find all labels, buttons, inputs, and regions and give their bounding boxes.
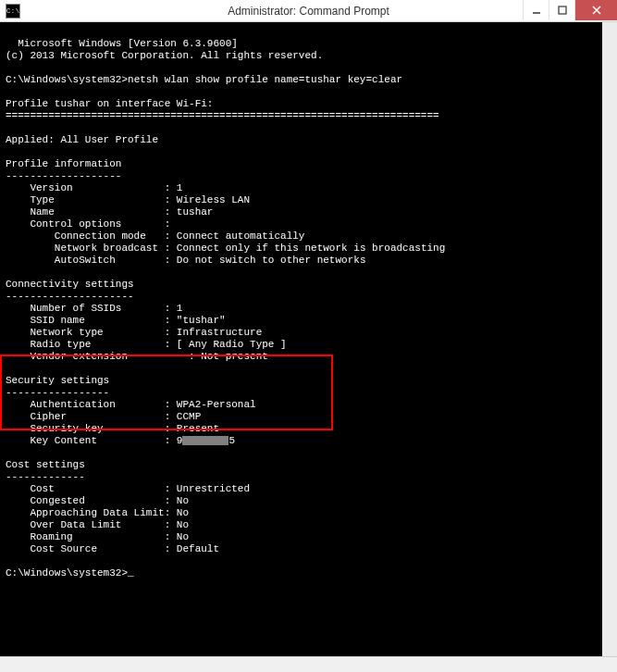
cost-value-2: : No	[165, 507, 189, 518]
window-controls	[523, 0, 617, 20]
cost-label-2: Approaching Data Limit	[6, 507, 165, 518]
security-value-end-3: 5	[228, 435, 235, 446]
cost-label-0: Cost	[6, 483, 165, 494]
connectivity-value-4: : Not present	[165, 351, 268, 362]
window-title: Administrator: Command Prompt	[228, 5, 389, 18]
version-line: Microsoft Windows [Version 6.3.9600]	[18, 38, 238, 49]
profile-header: Profile tushar on interface Wi-Fi:	[6, 98, 213, 109]
security-label-0: Authentication	[6, 399, 165, 410]
profile-info-underline: -------------------	[6, 170, 121, 181]
security-title: Security settings	[6, 375, 109, 386]
connectivity-value-0: : 1	[165, 303, 183, 314]
profile-info-value-3: :	[165, 218, 171, 230]
connectivity-title: Connectivity settings	[6, 279, 134, 290]
connectivity-label-3: Radio type	[6, 339, 165, 350]
cost-value-3: : No	[165, 519, 189, 530]
cost-title: Cost settings	[6, 459, 85, 470]
profile-info-label-1: Type	[6, 194, 165, 205]
profile-info-label-5: Network broadcast	[6, 243, 165, 254]
profile-info-label-6: AutoSwitch	[6, 255, 165, 266]
profile-info-value-2: : tushar	[165, 206, 214, 218]
prompt-path-2: C:\Windows\system32>	[6, 567, 128, 579]
connectivity-value-1: : "tushar"	[165, 315, 226, 326]
profile-info-label-4: Connection mode	[6, 230, 165, 242]
prompt-path: C:\Windows\system32>	[6, 74, 128, 85]
cost-value-5: : Default	[165, 543, 219, 554]
security-value-3: : 9	[165, 435, 183, 446]
cost-label-3: Over Data Limit	[6, 519, 165, 530]
cost-label-4: Roaming	[6, 531, 165, 542]
cmd-icon: C:\	[6, 4, 20, 19]
profile-info-value-5: : Connect only if this network is broadc…	[165, 243, 446, 254]
connectivity-label-1: SSID name	[6, 315, 165, 326]
profile-info-label-0: Version	[6, 182, 165, 193]
maximize-button[interactable]	[549, 0, 574, 20]
connectivity-label-2: Network type	[6, 327, 165, 338]
cost-value-1: : No	[165, 495, 189, 506]
cost-label-1: Congested	[6, 495, 165, 506]
cursor: _	[128, 567, 134, 579]
cost-label-5: Cost Source	[6, 543, 165, 554]
security-value-2: : Present	[165, 423, 219, 434]
profile-info-label-3: Control options	[6, 218, 165, 230]
security-value-1: : CCMP	[165, 411, 202, 422]
copyright-line: (c) 2013 Microsoft Corporation. All righ…	[6, 50, 323, 61]
connectivity-label-0: Number of SSIDs	[6, 303, 165, 314]
command-text: netsh wlan show profile name=tushar key=…	[128, 74, 402, 85]
security-label-1: Cipher	[6, 411, 165, 422]
security-underline: -----------------	[6, 387, 109, 398]
security-label-2: Security key	[6, 423, 165, 434]
profile-info-title: Profile information	[6, 158, 121, 169]
security-value-0: : WPA2-Personal	[165, 399, 256, 410]
connectivity-value-3: : [ Any Radio Type ]	[165, 339, 287, 350]
redacted-key	[182, 436, 228, 445]
profile-info-value-1: : Wireless LAN	[165, 194, 250, 205]
profile-info-value-0: : 1	[165, 182, 183, 193]
security-label-3: Key Content	[6, 435, 165, 446]
minimize-button[interactable]	[523, 0, 549, 20]
svg-rect-1	[559, 6, 566, 14]
close-button[interactable]	[574, 0, 617, 20]
connectivity-underline: ---------------------	[6, 291, 134, 302]
terminal-output[interactable]: Microsoft Windows [Version 6.3.9600] (c)…	[0, 22, 617, 656]
connectivity-label-4: Vendor extension	[6, 351, 165, 362]
status-bar	[0, 656, 617, 672]
title-bar: C:\ Administrator: Command Prompt	[0, 0, 617, 22]
connectivity-value-2: : Infrastructure	[165, 327, 263, 338]
applied-line: Applied: All User Profile	[6, 134, 158, 145]
cost-value-0: : Unrestricted	[165, 483, 250, 494]
cost-underline: -------------	[6, 471, 85, 482]
profile-info-value-6: : Do not switch to other networks	[165, 255, 366, 266]
profile-info-value-4: : Connect automatically	[165, 230, 305, 242]
cost-value-4: : No	[165, 531, 189, 542]
profile-info-label-2: Name	[6, 206, 165, 218]
divider: ========================================…	[6, 110, 439, 121]
